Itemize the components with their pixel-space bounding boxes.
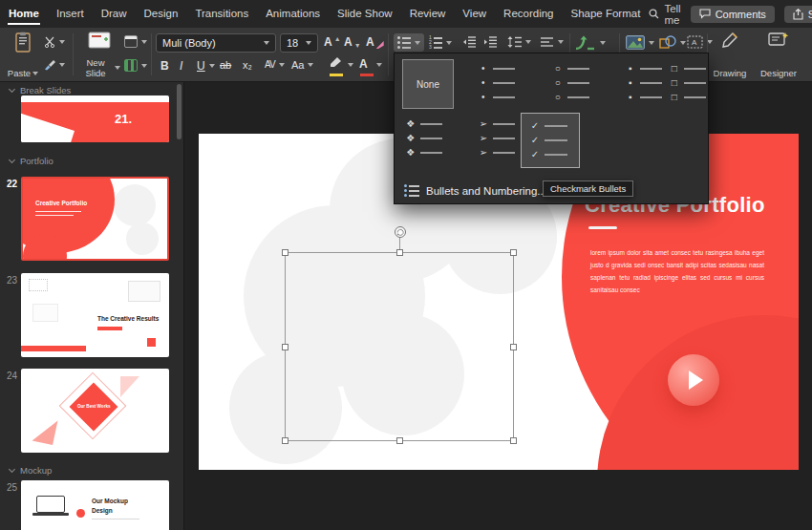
line-spacing-button[interactable] [507,36,531,48]
smartart-button[interactable] [575,35,606,51]
selection-handle-s[interactable] [396,437,403,444]
designer-label: Designer [760,68,797,78]
filled-circle-icon: • [479,78,488,88]
grow-font-button[interactable]: A▲ [324,35,341,49]
font-name-select[interactable]: Muli (Body) [156,33,276,53]
font-color-button[interactable]: A [359,57,382,73]
slide-thumbnail-22[interactable]: Creative Portfolio [21,177,169,261]
designer-button[interactable]: Designer [753,32,804,78]
svg-text:A: A [692,38,697,47]
menu-recording[interactable]: Recording [495,0,562,28]
text-direction-button[interactable] [540,36,564,48]
chevron-down-icon [279,63,285,67]
hollow-square-icon: □ [670,64,679,74]
menu-design[interactable]: Design [136,0,187,28]
bullet-option-diamond[interactable]: ❖ ❖ ❖ [402,117,446,160]
bold-button[interactable]: B [160,59,169,73]
numbering-button[interactable]: 1 2 3 [429,36,452,49]
strikethrough-button[interactable]: ab [220,59,231,71]
rotation-handle[interactable] [395,226,406,238]
thumb21-number-label: 21. [115,112,132,126]
slide-thumbnail-21[interactable]: 21. [21,95,169,142]
bullet-option-filled-circle[interactable]: • • • [475,61,519,105]
slide-thumbnail-23[interactable]: The Creative Results [21,273,169,357]
bullet-option-arrow[interactable]: ➢ ➢ ➢ [475,117,519,160]
selection-handle-w[interactable] [282,344,288,350]
slide-number-22: 22 [7,179,17,189]
selection-handle-n[interactable] [396,249,403,256]
format-painter-button[interactable] [44,59,65,71]
selection-handle-se[interactable] [510,437,517,444]
picture-button[interactable] [626,35,654,50]
bullets-and-numbering-item[interactable]: Bullets and Numbering... [404,184,546,197]
cut-button[interactable] [44,36,65,48]
highlight-color-button[interactable] [329,57,353,73]
slide-layout-button[interactable] [124,35,147,48]
menu-view[interactable]: View [454,0,495,28]
bullet-option-none[interactable]: None [402,59,454,109]
text-box-button[interactable]: A [687,35,713,49]
bullet-option-filled-square[interactable]: ▪ ▪ ▪ [622,61,666,105]
thumb22-faint-circle [126,223,159,255]
section-portfolio[interactable]: Portfolio [10,156,53,166]
character-spacing-button[interactable]: AV [265,59,285,70]
play-button[interactable] [668,354,719,406]
selection-handle-sw[interactable] [282,437,288,444]
bullets-button[interactable] [394,33,424,52]
font-size-select[interactable]: 18 [280,33,318,53]
increase-indent-button[interactable] [483,36,498,48]
clear-formatting-button[interactable]: A [366,35,384,49]
decrease-indent-icon [462,36,477,48]
selection-handle-ne[interactable] [510,249,517,256]
bullet-option-hollow-square[interactable]: □ □ □ [666,61,710,105]
selection-handle-e[interactable] [510,344,517,350]
chevron-down-icon [600,41,606,45]
selection-handle-nw[interactable] [282,249,288,256]
share-button[interactable]: Share [784,6,812,23]
menu-transitions[interactable]: Transitions [186,0,257,28]
shapes-button[interactable] [659,35,686,50]
bullet-option-hollow-circle[interactable]: ○ ○ ○ [549,61,593,105]
drawing-button[interactable]: Drawing [711,32,749,78]
thumb24-title: Our Best Works [77,404,111,410]
section-break-slides[interactable]: Break Slides [10,85,71,95]
thumb25-laptop-base [32,513,69,516]
change-case-button[interactable]: Aa [291,59,313,71]
slide-thumbnail-25[interactable]: Our Mockup Design [21,480,169,530]
section-label: Break Slides [20,85,71,95]
tell-me-button[interactable]: Tell me [649,3,680,26]
menu-shape-format[interactable]: Shape Format [563,0,650,28]
highlight-color-swatch [330,74,343,76]
paste-button[interactable]: Paste [6,32,40,78]
section-mockup[interactable]: Mockup [10,465,52,476]
thumb23-card [128,281,160,302]
new-slide-label: New Slide [78,57,113,78]
menu-insert[interactable]: Insert [48,0,93,28]
decrease-indent-button[interactable] [462,36,477,48]
underline-button[interactable]: U [197,59,215,73]
subscript-button[interactable]: x₂ [243,59,252,71]
chevron-down-icon [306,41,311,45]
new-slide-button[interactable]: New Slide [78,32,120,78]
thumb25-red-dot [76,509,85,518]
menu-review[interactable]: Review [401,0,455,28]
diamond-icon: ❖ [406,134,416,143]
bullet-option-checkmark-selected[interactable]: ✓ ✓ ✓ [521,113,580,168]
new-slide-icon [88,32,111,49]
shrink-font-button[interactable]: A▼ [344,35,361,49]
menu-slide-show[interactable]: Slide Show [329,0,401,28]
comments-button[interactable]: Comments [691,6,775,23]
slide-body-text[interactable]: lorem ipsum dolor sita amet consec tetu … [590,246,764,296]
font-color-swatch [360,74,374,76]
panel-scrollbar[interactable] [177,84,182,139]
menu-animations[interactable]: Animations [257,0,329,28]
tooltip-label: Checkmark Bullets [550,183,626,194]
slide-thumbnail-24[interactable]: Our Best Works [21,369,169,453]
chevron-down-icon [446,41,452,45]
text-box-icon: A [687,35,703,49]
table-button[interactable] [124,59,147,72]
italic-button[interactable]: I [180,59,182,73]
menu-home[interactable]: Home [0,0,48,28]
menu-draw[interactable]: Draw [93,0,136,28]
selected-text-box[interactable] [285,252,514,441]
